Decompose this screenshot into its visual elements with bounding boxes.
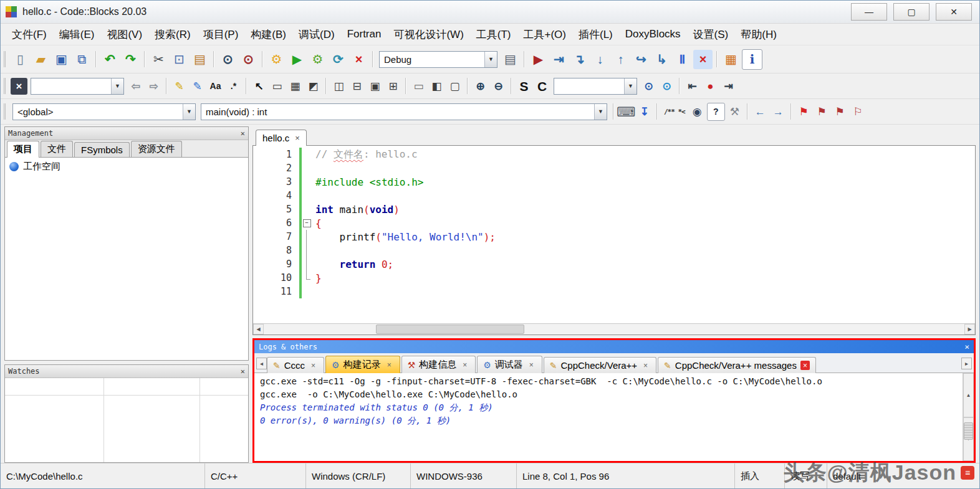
symbol-filter-select[interactable]: ▼ <box>554 78 637 95</box>
incremental-search-input[interactable]: ▼ <box>31 78 124 95</box>
chevron-down-icon[interactable]: ▼ <box>594 104 607 120</box>
next-bookmark-icon[interactable]: ⚑ <box>832 103 848 120</box>
stop-debugger-icon[interactable]: × <box>693 50 713 69</box>
browse-forward-icon[interactable]: → <box>770 103 787 120</box>
management-tab[interactable]: 项目 <box>7 141 39 158</box>
run-icon[interactable]: ▶ <box>287 50 307 69</box>
grid-sizer-icon[interactable]: ▦ <box>287 78 304 95</box>
jump-forward-icon[interactable]: ⇥ <box>720 78 737 95</box>
highlight-pen-icon[interactable]: ✎ <box>171 78 188 95</box>
menu-item[interactable]: 视图(V) <box>100 27 148 42</box>
chevron-down-icon[interactable]: ▼ <box>111 78 123 94</box>
project-tree[interactable]: 工作空间 <box>5 158 248 360</box>
match-case-icon[interactable]: Aa <box>207 78 224 95</box>
close-icon[interactable]: ✕ <box>241 367 245 376</box>
clear-search-icon[interactable]: × <box>11 78 27 95</box>
copy-icon[interactable]: ⊡ <box>170 50 189 69</box>
scrollbar-thumb[interactable] <box>376 325 524 334</box>
close-icon[interactable]: × <box>309 361 318 370</box>
keyboard-icon[interactable]: ⌨ <box>618 103 635 120</box>
chevron-down-icon[interactable]: ▼ <box>624 78 637 94</box>
prev-occurrence-icon[interactable]: ⇦ <box>127 78 144 95</box>
open-include-icon[interactable]: ⊙ <box>658 78 675 95</box>
logs-tab[interactable]: ✎Cccc× <box>267 357 324 373</box>
doxygen-comment-icon[interactable]: /** *< <box>661 103 688 120</box>
menu-item[interactable]: DoxyBlocks <box>619 28 687 40</box>
run-to-cursor-icon[interactable]: ⇥ <box>549 50 569 69</box>
undo-icon[interactable]: ↶ <box>100 50 120 69</box>
function-select[interactable]: main(void) : int▼ <box>201 103 607 120</box>
save-icon[interactable]: ▣ <box>52 50 71 69</box>
doxygen-extract-icon[interactable]: ↧ <box>636 103 653 120</box>
new-file-icon[interactable]: ▯ <box>11 50 30 69</box>
help-icon[interactable]: ? <box>707 103 725 121</box>
info-window-icon[interactable]: ℹ <box>742 49 762 70</box>
menu-item[interactable]: 搜索(R) <box>148 27 197 42</box>
menu-item[interactable]: 工具+(O) <box>517 27 572 42</box>
next-line-icon[interactable]: ↴ <box>570 50 589 69</box>
show-sizers-icon[interactable]: S <box>516 78 532 95</box>
build-target-select[interactable]: Debug▼ <box>379 51 497 68</box>
tree-item-workspace[interactable]: 工作空间 <box>9 161 244 173</box>
watches-grid[interactable] <box>5 378 248 462</box>
management-tab[interactable]: FSymbols <box>74 142 130 157</box>
code-editor[interactable]: 1// 文件名: hello.c23#include <stdio.h>45in… <box>252 145 976 335</box>
panel-icon[interactable]: ▢ <box>446 78 463 95</box>
replace-icon[interactable]: ⊙ <box>239 50 258 69</box>
menu-item[interactable]: 构建(B) <box>244 27 292 42</box>
minimize-button[interactable]: — <box>851 3 887 21</box>
menu-item[interactable]: 可视化设计(W) <box>387 27 469 42</box>
logs-tab[interactable]: ⚙调试器× <box>477 356 542 373</box>
menu-item[interactable]: 设置(S) <box>687 27 735 42</box>
maximize-button[interactable]: ▢ <box>893 3 930 21</box>
globe-icon[interactable]: ◉ <box>689 103 706 120</box>
window-widget-icon[interactable]: ▭ <box>269 78 286 95</box>
code-area[interactable]: 1// 文件名: hello.c23#include <stdio.h>45in… <box>253 146 975 323</box>
menu-item[interactable]: 调试(D) <box>292 27 341 42</box>
menu-item[interactable]: 插件(L) <box>572 27 619 42</box>
vbox-sizer-icon[interactable]: ⊟ <box>348 78 365 95</box>
logs-tab[interactable]: ✎CppCheck/Vera++ messages× <box>658 357 816 373</box>
management-tab[interactable]: 文件 <box>41 141 73 157</box>
menu-item[interactable]: 编辑(E) <box>53 27 101 42</box>
spacer-icon[interactable]: ▭ <box>410 78 427 95</box>
close-icon[interactable]: × <box>295 133 300 143</box>
record-position-icon[interactable]: ● <box>702 78 719 95</box>
menu-item[interactable]: 文件(F) <box>6 27 53 42</box>
tab-scroll-right-button[interactable]: ▸ <box>961 358 972 369</box>
paste-icon[interactable]: ▤ <box>190 50 209 69</box>
debugging-windows-icon[interactable]: ▦ <box>721 50 741 69</box>
logs-vertical-scrollbar[interactable]: ▲ ▼ <box>963 373 974 461</box>
step-out-icon[interactable]: ↑ <box>611 50 630 69</box>
close-icon[interactable]: × <box>964 342 969 351</box>
logs-tab[interactable]: ⚒构建信息× <box>401 356 476 373</box>
break-debugger-icon[interactable]: Ⅱ <box>673 50 692 69</box>
browse-back-icon[interactable]: ← <box>752 103 769 120</box>
build-icon[interactable]: ⚙ <box>267 50 286 69</box>
cut-icon[interactable]: ✂ <box>149 50 168 69</box>
menu-item[interactable]: Fortran <box>341 28 388 40</box>
toggle-bookmark-icon[interactable]: ⚑ <box>795 103 812 120</box>
wrench-icon[interactable]: ⚒ <box>726 103 743 120</box>
show-containers-icon[interactable]: C <box>534 78 550 95</box>
open-file-icon[interactable]: ▰ <box>31 50 50 69</box>
find-icon[interactable]: ⊙ <box>218 50 238 69</box>
zoom-out-icon[interactable]: ⊖ <box>490 78 507 95</box>
search-symbol-icon[interactable]: ⊙ <box>640 78 657 95</box>
scroll-right-button[interactable]: ▶ <box>964 324 975 335</box>
build-and-run-icon[interactable]: ⚙ <box>308 50 327 69</box>
staticbox-sizer-icon[interactable]: ▣ <box>367 78 383 95</box>
prev-bookmark-icon[interactable]: ⚑ <box>814 103 830 120</box>
menu-item[interactable]: 项目(P) <box>197 27 245 42</box>
next-occurrence-icon[interactable]: ⇨ <box>145 78 162 95</box>
rebuild-icon[interactable]: ⟳ <box>329 50 348 69</box>
split-panel-icon[interactable]: ◩ <box>305 78 322 95</box>
logs-tab[interactable]: ✎CppCheck/Vera++× <box>544 357 656 373</box>
menu-item[interactable]: 帮助(H) <box>734 27 783 42</box>
jump-back-icon[interactable]: ⇤ <box>684 78 701 95</box>
regex-icon[interactable]: .* <box>225 78 242 95</box>
selected-text-pen-icon[interactable]: ✎ <box>189 78 206 95</box>
redo-icon[interactable]: ↷ <box>121 50 140 69</box>
editor-horizontal-scrollbar[interactable]: ◀ ▶ <box>253 323 975 335</box>
logs-tab[interactable]: ⚙构建记录× <box>325 356 400 373</box>
